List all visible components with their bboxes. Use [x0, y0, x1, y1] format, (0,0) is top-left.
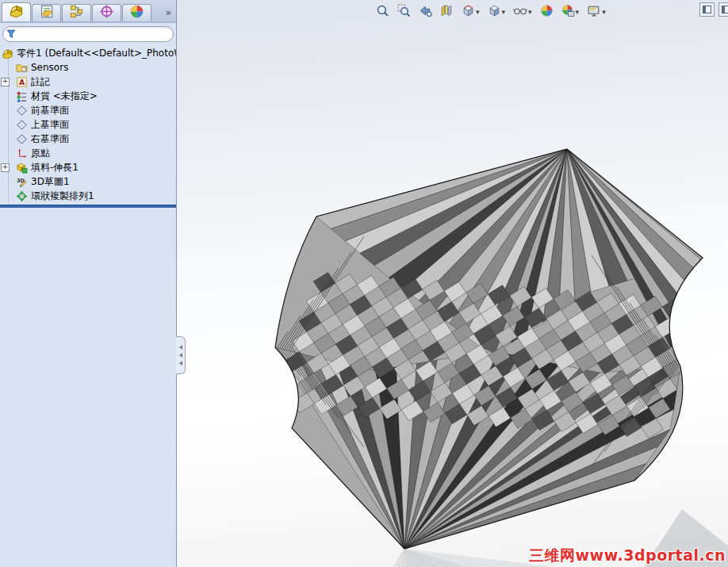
- section-view-icon: [440, 4, 454, 21]
- tree-item-label: 零件1 (Default<<Default>_PhotoW: [17, 47, 176, 60]
- tree-item-origin[interactable]: 原點: [0, 146, 176, 160]
- display-style-icon: [488, 4, 501, 21]
- sensors-folder-icon: [16, 62, 28, 74]
- dropdown-caret: ▾: [476, 9, 480, 16]
- panel-tab-bar: »: [0, 0, 176, 23]
- dropdown-caret: ▾: [528, 9, 532, 16]
- zoom-to-area-button[interactable]: [394, 2, 414, 23]
- annotations-icon: A: [16, 76, 28, 88]
- dimxpert-icon: [99, 4, 114, 22]
- tree-item-label: 原點: [31, 147, 50, 160]
- circular-pattern-icon: [16, 190, 28, 202]
- view-orientation-icon: [462, 4, 475, 21]
- zoom-to-area-icon: [397, 4, 411, 21]
- feature-filter-input[interactable]: [18, 28, 170, 40]
- pane-split-icon: [722, 6, 728, 13]
- tree-item-label: 環狀複製排列1: [31, 190, 94, 203]
- appearance-sphere-icon: [540, 4, 554, 21]
- tree-item-label: 右基準面: [31, 132, 69, 146]
- pane-split-icon: [703, 6, 711, 13]
- pane-toggle-right-button[interactable]: [718, 2, 728, 17]
- tab-property-manager[interactable]: [32, 4, 61, 21]
- eyeglasses-icon: [513, 4, 527, 21]
- scene-sphere-icon: [561, 4, 575, 21]
- tab-featuremanager-tree[interactable]: [2, 2, 31, 21]
- watermark: 三维网www.3dportal.cn: [529, 546, 726, 566]
- edit-appearance-button[interactable]: [537, 2, 557, 23]
- origin-icon: [16, 147, 28, 159]
- previous-view-icon: [419, 4, 432, 21]
- panel-collapse-handle[interactable]: [176, 336, 186, 374]
- filter-funnel-icon: [6, 27, 16, 42]
- tree-item-label: 材質 <未指定>: [31, 90, 98, 103]
- tab-overflow-chevron[interactable]: »: [166, 7, 174, 21]
- display-style-button[interactable]: ▾: [485, 2, 509, 23]
- collapse-arrow-icon: [179, 353, 182, 358]
- expand-toggle[interactable]: +: [1, 78, 10, 86]
- graphics-viewport[interactable]: ▾ ▾ ▾ ▾ ▾: [176, 0, 728, 567]
- dropdown-caret: ▾: [502, 9, 506, 16]
- plane-icon: [16, 133, 28, 145]
- apply-scene-button[interactable]: ▾: [558, 2, 583, 23]
- expand-toggle[interactable]: +: [1, 163, 10, 172]
- view-orientation-button[interactable]: ▾: [458, 2, 483, 23]
- part-icon: [2, 48, 13, 59]
- tree-item-circular-pattern[interactable]: 環狀複製排列1: [0, 189, 176, 203]
- previous-view-button[interactable]: [416, 2, 435, 23]
- feature-tree: 零件1 (Default<<Default>_PhotoW Sensors + …: [0, 44, 176, 208]
- tree-item-material[interactable]: 材質 <未指定>: [0, 89, 176, 103]
- dropdown-caret: ▾: [576, 9, 580, 16]
- boss-extrude-icon: [16, 162, 28, 174]
- tree-item-label: 註記: [31, 75, 50, 89]
- plane-icon: [16, 105, 28, 117]
- filter-input-wrap: [2, 26, 174, 42]
- solidworks-window: ▾ ▾ ▾ ▾ ▾: [0, 0, 728, 567]
- dropdown-caret: ▾: [602, 9, 606, 16]
- svg-text:A: A: [19, 78, 25, 86]
- tree-item-annotations[interactable]: + A 註記: [0, 75, 176, 89]
- zoom-to-fit-button[interactable]: [373, 2, 393, 23]
- hide-show-items-button[interactable]: ▾: [510, 2, 535, 23]
- 3d-model[interactable]: [176, 0, 728, 567]
- tree-item-right-plane[interactable]: 右基準面: [0, 132, 176, 146]
- tab-configuration-manager[interactable]: [62, 4, 91, 21]
- tree-item-label: 上基準面: [31, 118, 69, 132]
- zoom-to-fit-icon: [376, 4, 389, 21]
- tree-item-boss-extrude[interactable]: + 填料-伸長1: [0, 160, 176, 174]
- part-icon: [9, 3, 24, 21]
- tab-dimxpert-manager[interactable]: [92, 4, 121, 21]
- configuration-manager-icon: [69, 4, 84, 22]
- view-settings-button[interactable]: ▾: [584, 2, 609, 23]
- sketch-3d-icon: 3D: [16, 176, 28, 188]
- display-manager-icon: [129, 4, 144, 22]
- section-view-button[interactable]: [437, 2, 457, 23]
- heads-up-toolbar: ▾ ▾ ▾ ▾ ▾: [373, 2, 609, 23]
- pane-toggle-left-button[interactable]: [699, 2, 715, 17]
- tree-item-sensors[interactable]: Sensors: [0, 60, 176, 75]
- feature-manager-panel: » 零件1 (Default<<Default>_PhotoW Sensors …: [0, 0, 177, 567]
- tree-item-front-plane[interactable]: 前基準面: [0, 103, 176, 117]
- plane-icon: [16, 119, 28, 131]
- pane-toggle-group: [699, 2, 728, 17]
- tree-item-top-plane[interactable]: 上基準面: [0, 117, 176, 132]
- tree-item-3d-sketch[interactable]: 3D 3D草圖1: [0, 174, 176, 189]
- tab-display-manager[interactable]: [122, 4, 151, 21]
- tree-item-label: Sensors: [31, 62, 68, 73]
- rollback-bar[interactable]: [0, 205, 176, 208]
- tree-item-part-root[interactable]: 零件1 (Default<<Default>_PhotoW: [0, 46, 176, 60]
- collapse-arrow-icon: [179, 361, 182, 366]
- collapse-arrow-icon: [179, 345, 182, 350]
- property-manager-icon: [39, 4, 54, 22]
- tree-item-label: 填料-伸長1: [31, 161, 79, 174]
- tree-item-label: 前基準面: [31, 104, 69, 117]
- tree-item-label: 3D草圖1: [31, 175, 70, 189]
- filter-row: [0, 23, 176, 44]
- view-settings-icon: [587, 4, 601, 21]
- material-icon: [16, 90, 28, 102]
